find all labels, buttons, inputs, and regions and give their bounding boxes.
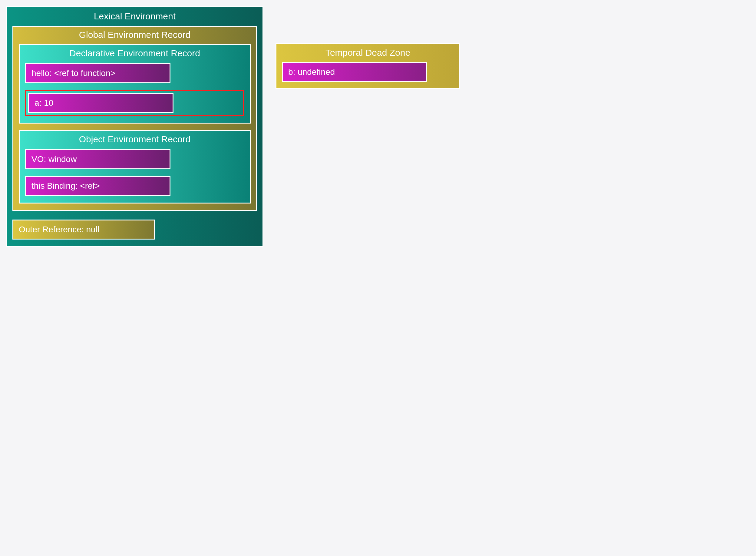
binding-wrapper: this Binding: <ref>: [25, 176, 244, 196]
temporal-dead-zone-title: Temporal Dead Zone: [282, 47, 454, 58]
binding-wrapper: hello: <ref to function>: [25, 63, 244, 83]
binding-b: b: undefined: [282, 62, 427, 82]
binding-hello: hello: <ref to function>: [25, 63, 171, 83]
lexical-environment-title: Lexical Environment: [12, 11, 257, 22]
binding-this: this Binding: <ref>: [25, 176, 171, 196]
outer-reference-box: Outer Reference: null: [12, 219, 155, 240]
declarative-environment-record-title: Declarative Environment Record: [25, 48, 244, 59]
global-environment-record-box: Global Environment Record Declarative En…: [12, 26, 257, 211]
object-environment-record-title: Object Environment Record: [25, 134, 244, 144]
binding-wrapper: VO: window: [25, 149, 244, 169]
binding-vo: VO: window: [25, 149, 171, 169]
lexical-environment-box: Lexical Environment Global Environment R…: [6, 6, 263, 247]
binding-a: a: 10: [28, 93, 174, 113]
global-environment-record-title: Global Environment Record: [19, 30, 251, 40]
object-environment-record-box: Object Environment Record VO: window thi…: [19, 130, 251, 204]
temporal-dead-zone-box: Temporal Dead Zone b: undefined: [276, 43, 460, 89]
binding-wrapper-highlighted: a: 10: [25, 90, 244, 116]
declarative-environment-record-box: Declarative Environment Record hello: <r…: [19, 44, 251, 124]
